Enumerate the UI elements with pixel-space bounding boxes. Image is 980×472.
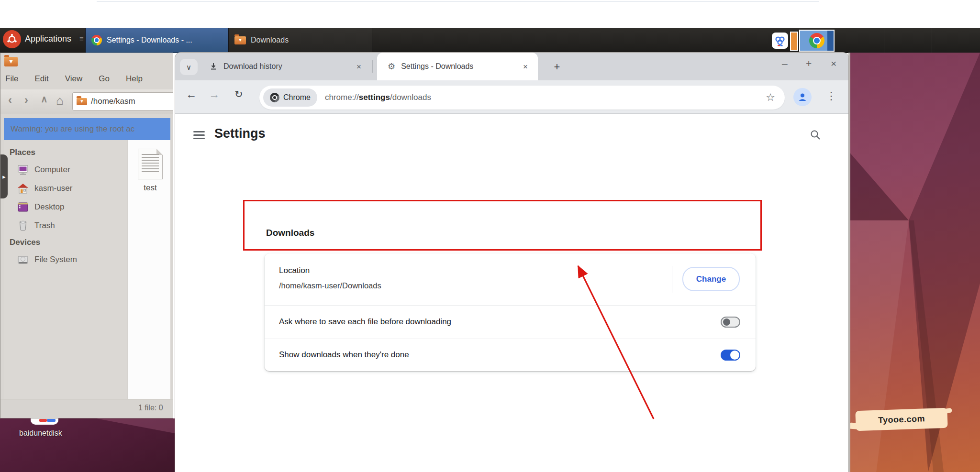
url-text: chrome://settings/downloads	[325, 93, 431, 102]
places-header: Places	[4, 145, 127, 160]
watermark-badge: Tyooe.com	[855, 408, 947, 431]
show-downloads-toggle[interactable]	[721, 350, 740, 361]
watermark-text: Tyooe.com	[878, 414, 925, 425]
ask-where-to-save-toggle[interactable]	[721, 317, 740, 328]
taskbar-task-downloads[interactable]: ▾ Downloads	[229, 28, 372, 53]
screen: Applications ≡ Settings - Downloads - ..…	[0, 0, 980, 472]
task-label: Settings - Downloads - ...	[107, 36, 192, 44]
status-text: 1 file: 0	[138, 404, 163, 412]
file-manager-menubar: File Edit View Go Help	[5, 74, 143, 84]
baidu-netdisk-glyph	[774, 34, 786, 47]
sidebar-item-label: Trash	[34, 221, 55, 231]
places-side-pane: Places Computer kasm-user	[4, 140, 127, 399]
toggle-row-label: Show downloads when they're done	[279, 350, 409, 360]
bookmark-star-icon[interactable]: ☆	[766, 92, 775, 103]
tab-search-chevron-button[interactable]: ∨	[180, 59, 198, 75]
sidebar-item-label: Computer	[34, 165, 70, 175]
browser-window: ∨ Download history × ⚙ Settings - Downlo…	[175, 53, 848, 472]
back-icon[interactable]: ←	[186, 89, 197, 100]
file-manager-window: ▾ File Edit View Go Help ‹ › ∧ ⌂ ▾ /home…	[0, 53, 173, 418]
path-input[interactable]: ▾ /home/kasm	[72, 92, 173, 110]
settings-page: Settings Downloads Location /home/kasm-u…	[175, 114, 848, 472]
document-icon	[138, 149, 163, 179]
profile-avatar[interactable]	[793, 88, 812, 106]
home-icon	[17, 183, 29, 194]
tab-close-icon[interactable]: ×	[354, 62, 364, 72]
new-tab-button[interactable]: +	[549, 59, 565, 75]
file-item-label: test	[134, 183, 166, 193]
row-divider	[672, 266, 672, 293]
sidebar-item-desktop[interactable]: Desktop	[4, 198, 127, 216]
hard-drive-icon	[17, 254, 29, 265]
taskbar-task-settings-downloads[interactable]: Settings - Downloads - ...	[85, 28, 229, 53]
location-label: Location	[279, 266, 310, 275]
desktop-area: baidunetdisk	[0, 418, 175, 472]
tray-chrome-selected-icon[interactable]	[799, 30, 835, 52]
ask-where-to-save-row: Ask where to save each file before downl…	[265, 305, 756, 339]
section-heading: Downloads	[266, 228, 314, 238]
downloads-folder-window-icon: ▾	[4, 57, 18, 68]
nav-home-icon[interactable]: ⌂	[56, 94, 64, 107]
panel-menu-icon[interactable]: ≡	[79, 35, 84, 42]
sidebar-item-kasm-user[interactable]: kasm-user	[4, 179, 127, 198]
menu-view[interactable]: View	[65, 74, 83, 84]
tray-hidden-app-icon[interactable]	[790, 32, 798, 51]
sidebar-item-file-system[interactable]: File System	[4, 250, 127, 269]
menu-go[interactable]: Go	[99, 74, 110, 84]
folder-icon: ▾	[77, 98, 87, 105]
chrome-icon	[91, 35, 102, 45]
page-title: Settings	[214, 126, 266, 141]
location-value: /home/kasm-user/Downloads	[279, 281, 381, 290]
minimize-button[interactable]: –	[782, 58, 788, 68]
menu-help[interactable]: Help	[126, 74, 143, 84]
address-bar[interactable]: Chrome chrome://settings/downloads ☆	[259, 86, 785, 110]
nav-back-icon[interactable]: ‹	[8, 94, 12, 106]
baidunetdisk-desktop-icon[interactable]	[31, 418, 58, 425]
folder-icon: ▾	[234, 36, 246, 44]
site-chip[interactable]: Chrome	[263, 88, 317, 107]
taskbar: Applications ≡ Settings - Downloads - ..…	[0, 28, 980, 53]
side-pane-handle[interactable]: ▸	[0, 154, 8, 198]
close-button[interactable]: ×	[831, 58, 836, 68]
path-text: /home/kasm	[91, 97, 135, 106]
sidebar-item-label: kasm-user	[34, 184, 72, 193]
chrome-icon	[809, 33, 824, 48]
download-icon	[209, 62, 218, 71]
wallpaper-facet	[0, 418, 175, 472]
maximize-button[interactable]: +	[806, 58, 812, 68]
sidebar-item-computer[interactable]: Computer	[4, 160, 127, 179]
settings-search-icon[interactable]	[810, 129, 821, 143]
location-row: Location /home/kasm-user/Downloads Chang…	[265, 253, 756, 305]
sidebar-item-trash[interactable]: Trash	[4, 216, 127, 235]
file-manager-toolbar: ‹ › ∧ ⌂ ▾ /home/kasm	[0, 89, 173, 114]
change-button[interactable]: Change	[682, 267, 740, 291]
downloads-settings-card: Location /home/kasm-user/Downloads Chang…	[265, 253, 756, 371]
browser-menu-icon[interactable]: ⋮	[826, 91, 836, 101]
tab-divider	[372, 60, 373, 73]
file-list-area: test	[128, 140, 170, 399]
site-chip-label: Chrome	[283, 93, 311, 102]
browser-toolbar: ← → ↻ Chrome chrome://settings/downloads…	[175, 80, 848, 114]
tab-title: Settings - Downloads	[401, 62, 521, 71]
forward-icon[interactable]: →	[209, 89, 220, 100]
sidebar-item-label: File System	[34, 255, 77, 264]
menu-edit[interactable]: Edit	[34, 74, 48, 84]
nav-forward-icon[interactable]: ›	[24, 94, 28, 106]
applications-menu-button[interactable]	[3, 30, 21, 48]
file-item-test[interactable]: test	[134, 149, 166, 193]
tray-baidunetdisk-icon[interactable]	[772, 33, 788, 49]
tab-settings-downloads-active[interactable]: ⚙ Settings - Downloads ×	[377, 53, 538, 80]
sidebar-item-label: Desktop	[34, 202, 64, 212]
tab-download-history[interactable]: Download history ×	[199, 53, 371, 80]
taskbar-separator	[932, 28, 932, 53]
applications-label[interactable]: Applications	[25, 34, 71, 44]
menu-file[interactable]: File	[5, 74, 18, 84]
chrome-mono-icon	[270, 93, 279, 102]
baidunetdisk-icon-label[interactable]: baidunetdisk	[19, 429, 62, 438]
nav-up-icon[interactable]: ∧	[41, 94, 48, 104]
root-warning-banner: Warning: you are using the root ac	[4, 118, 170, 140]
devices-header: Devices	[4, 235, 127, 250]
tab-close-icon[interactable]: ×	[521, 62, 530, 72]
reload-icon[interactable]: ↻	[234, 89, 243, 99]
settings-menu-icon[interactable]	[193, 131, 205, 140]
